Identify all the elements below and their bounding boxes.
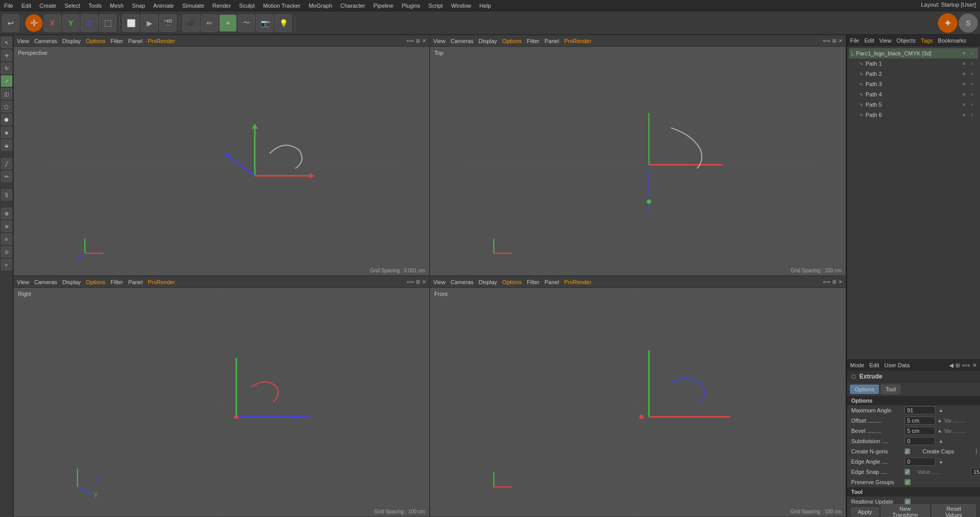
vp-tr-view[interactable]: View: [433, 38, 446, 44]
vp-br-panel[interactable]: Panel: [545, 279, 559, 285]
menu-pipeline[interactable]: Pipeline: [373, 3, 393, 9]
left-tool-5[interactable]: ◫: [1, 88, 12, 100]
viewport-right[interactable]: View Cameras Display Options Filter Pane…: [13, 276, 430, 517]
vp-tr-display[interactable]: Display: [478, 38, 497, 44]
props-edit-tab[interactable]: Edit: [870, 362, 879, 368]
tree-path-3[interactable]: ∿ Path 3 ≡ ✓: [849, 79, 978, 89]
left-rotate-btn[interactable]: ↻: [1, 63, 12, 74]
path1-vis1[interactable]: ≡: [960, 60, 968, 67]
left-tool-16[interactable]: ⊙: [1, 246, 12, 257]
move-tool-btn[interactable]: ✛: [25, 14, 43, 32]
path3-vis2[interactable]: ✓: [969, 81, 976, 88]
left-scale-btn[interactable]: ⤢: [1, 75, 12, 87]
vp-tr-prorender[interactable]: ProRender: [564, 38, 591, 44]
vp-tl-ctrl3[interactable]: ✕: [422, 38, 426, 44]
front-scene[interactable]: [430, 288, 846, 516]
menu-edit[interactable]: Edit: [22, 3, 31, 9]
y-axis-btn[interactable]: Y: [62, 14, 80, 32]
viewport-perspective[interactable]: View Cameras Display Options Filter Pane…: [13, 35, 430, 276]
left-tool-15[interactable]: ≡: [1, 233, 12, 245]
vp-bl-cameras[interactable]: Cameras: [34, 279, 57, 285]
left-move-btn[interactable]: ✛: [1, 50, 12, 61]
left-select-btn[interactable]: ↖: [1, 37, 12, 48]
vp-br-display[interactable]: Display: [478, 279, 497, 285]
render-region-btn[interactable]: ⬜: [122, 14, 140, 32]
tree-root-item[interactable]: L Parc1_logo_black_CMYK [3d] ≡ ✓: [849, 48, 978, 58]
vp-tl-prorender[interactable]: ProRender: [148, 38, 175, 44]
path2-vis1[interactable]: ≡: [960, 70, 968, 77]
menu-select[interactable]: Select: [65, 3, 81, 9]
vp-tr-options[interactable]: Options: [502, 38, 522, 44]
vp-br-prorender[interactable]: ProRender: [564, 279, 591, 285]
vp-bl-panel[interactable]: Panel: [128, 279, 143, 285]
edge-angle-arrow[interactable]: ▲: [937, 458, 945, 465]
vp-tl-display[interactable]: Display: [62, 38, 81, 44]
props-ctrl3[interactable]: ✕: [972, 362, 977, 369]
path6-vis1[interactable]: ≡: [960, 111, 968, 118]
vp-bl-ctrl1[interactable]: ⟺: [407, 279, 414, 285]
tree-path-6[interactable]: ∿ Path 6 ≡ ✓: [849, 110, 978, 120]
vp-tl-ctrl1[interactable]: ⟺: [407, 38, 414, 44]
vp-tr-ctrl1[interactable]: ⟺: [823, 38, 830, 44]
left-tool-8[interactable]: ◈: [1, 127, 12, 138]
menu-create[interactable]: Create: [40, 3, 56, 9]
path4-vis2[interactable]: ✓: [969, 91, 976, 98]
vp-bl-options[interactable]: Options: [86, 279, 105, 285]
vp-bl-ctrl2[interactable]: ⊞: [416, 279, 420, 285]
left-tool-14[interactable]: ≋: [1, 221, 12, 232]
right-icon-2[interactable]: S: [958, 13, 978, 33]
vis-icon-2[interactable]: ✓: [969, 50, 976, 57]
top-scene[interactable]: [430, 47, 846, 275]
edge-snap-check[interactable]: ✓: [905, 469, 910, 475]
vp-bl-ctrl3[interactable]: ✕: [422, 279, 426, 285]
coord-btn[interactable]: ⬚: [99, 14, 117, 32]
path5-vis2[interactable]: ✓: [969, 101, 976, 108]
render-btn[interactable]: ▶: [141, 14, 158, 32]
vp-tr-filter[interactable]: Filter: [527, 38, 539, 44]
tree-path-5[interactable]: ∿ Path 5 ≡ ✓: [849, 100, 978, 110]
menu-character[interactable]: Character: [340, 3, 365, 9]
create-caps-check[interactable]: [976, 448, 977, 454]
path1-vis2[interactable]: ✓: [969, 60, 976, 67]
menu-help[interactable]: Help: [479, 3, 491, 9]
props-mode-tab[interactable]: Mode: [850, 362, 864, 368]
viewport-front[interactable]: View Cameras Display Options Filter Pane…: [430, 276, 846, 517]
menu-plugins[interactable]: Plugins: [401, 3, 420, 9]
menu-render[interactable]: Render: [213, 3, 231, 9]
vp-tr-ctrl2[interactable]: ⊞: [832, 38, 836, 44]
left-tool-9[interactable]: ⬙: [1, 140, 12, 151]
render-pic-btn[interactable]: 🎬: [159, 14, 177, 32]
obj-manager-tags[interactable]: Tags: [921, 37, 933, 44]
vp-br-ctrl3[interactable]: ✕: [838, 279, 842, 285]
left-tool-13[interactable]: ⊕: [1, 208, 12, 219]
vp-br-filter[interactable]: Filter: [527, 279, 539, 285]
offset-arrow[interactable]: ▲: [937, 417, 942, 424]
vp-bl-view[interactable]: View: [17, 279, 29, 285]
path2-vis2[interactable]: ✓: [969, 70, 976, 77]
spline-btn[interactable]: 〜: [238, 14, 255, 32]
props-arrow-btn[interactable]: ◀: [949, 362, 953, 369]
vp-br-view[interactable]: View: [433, 279, 446, 285]
path6-vis2[interactable]: ✓: [969, 111, 976, 118]
vp-tl-panel[interactable]: Panel: [128, 38, 143, 44]
subdivision-input[interactable]: [905, 437, 935, 445]
menu-animate[interactable]: Animate: [153, 3, 174, 9]
obj-manager-view[interactable]: View: [879, 37, 892, 44]
perspective-scene[interactable]: [14, 47, 429, 275]
vp-bl-display[interactable]: Display: [62, 279, 81, 285]
reset-values-button[interactable]: Reset Values: [932, 504, 976, 517]
vp-br-options[interactable]: Options: [502, 279, 522, 285]
preserve-groups-check[interactable]: ✓: [905, 479, 911, 485]
vp-bl-prorender[interactable]: ProRender: [148, 279, 175, 285]
create-ngons-check[interactable]: ✓: [905, 448, 910, 454]
menu-simulate[interactable]: Simulate: [182, 3, 204, 9]
menu-script[interactable]: Script: [429, 3, 443, 9]
bevel-input[interactable]: [905, 427, 935, 435]
menu-file[interactable]: File: [4, 3, 13, 9]
path5-vis1[interactable]: ≡: [960, 101, 968, 108]
right-icon-1[interactable]: ✦: [938, 13, 957, 33]
props-ctrl1[interactable]: ⊞: [955, 362, 960, 369]
bevel-arrow[interactable]: ▲: [937, 427, 942, 434]
props-userdata-tab[interactable]: User Data: [885, 362, 910, 368]
left-tool-17[interactable]: ≈: [1, 259, 12, 270]
